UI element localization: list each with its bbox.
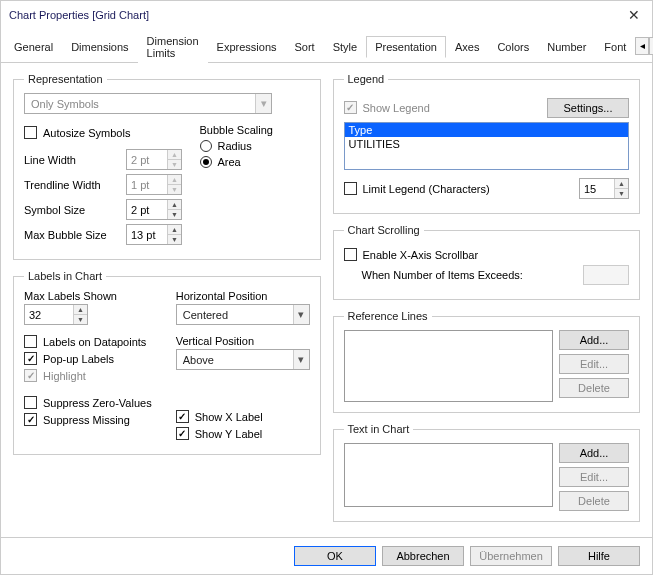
area-label: Area bbox=[218, 156, 241, 168]
limit-legend-checkbox[interactable] bbox=[344, 182, 357, 195]
max-bubble-spin[interactable]: 13 pt▲▼ bbox=[126, 224, 182, 245]
show-y-label: Show Y Label bbox=[195, 428, 262, 440]
autosize-symbols-label: Autosize Symbols bbox=[43, 127, 130, 139]
representation-legend: Representation bbox=[24, 73, 107, 85]
show-y-checkbox[interactable] bbox=[176, 427, 189, 440]
vpos-combo[interactable]: Above▾ bbox=[176, 349, 310, 370]
enable-x-scrollbar-checkbox[interactable] bbox=[344, 248, 357, 261]
bubble-scaling-label: Bubble Scaling bbox=[200, 124, 310, 136]
vpos-label: Vertical Position bbox=[176, 335, 310, 347]
chart-properties-dialog: Chart Properties [Grid Chart] ✕ General … bbox=[0, 0, 653, 575]
enable-x-scrollbar-label: Enable X-Axis Scrollbar bbox=[363, 249, 479, 261]
tab-font[interactable]: Font bbox=[595, 36, 635, 57]
tab-colors[interactable]: Colors bbox=[488, 36, 538, 57]
ref-edit-button: Edit... bbox=[559, 354, 629, 374]
when-exceeds-input[interactable] bbox=[583, 265, 629, 285]
trendline-width-label: Trendline Width bbox=[24, 179, 120, 191]
tic-edit-button: Edit... bbox=[559, 467, 629, 487]
legend-legend: Legend bbox=[344, 73, 389, 85]
text-in-chart-group: Text in Chart Add... Edit... Delete bbox=[333, 423, 641, 522]
ok-button[interactable]: OK bbox=[294, 546, 376, 566]
radius-label: Radius bbox=[218, 140, 252, 152]
ref-add-button[interactable]: Add... bbox=[559, 330, 629, 350]
show-x-checkbox[interactable] bbox=[176, 410, 189, 423]
limit-legend-label: Limit Legend (Characters) bbox=[363, 183, 490, 195]
suppress-missing-label: Suppress Missing bbox=[43, 414, 130, 426]
symbol-size-spin[interactable]: 2 pt▲▼ bbox=[126, 199, 182, 220]
area-radio[interactable] bbox=[200, 156, 212, 168]
representation-group: Representation Only Symbols ▾ Autosize S… bbox=[13, 73, 321, 260]
tab-dimension-limits[interactable]: Dimension Limits bbox=[138, 30, 208, 63]
chart-scrolling-group: Chart Scrolling Enable X-Axis Scrollbar … bbox=[333, 224, 641, 300]
trendline-width-spin[interactable]: 1 pt▲▼ bbox=[126, 174, 182, 195]
representation-combo[interactable]: Only Symbols ▾ bbox=[24, 93, 272, 114]
text-in-chart-listbox[interactable] bbox=[344, 443, 554, 507]
titlebar: Chart Properties [Grid Chart] ✕ bbox=[1, 1, 652, 29]
labels-on-datapoints-label: Labels on Datapoints bbox=[43, 336, 146, 348]
tab-general[interactable]: General bbox=[5, 36, 62, 57]
max-bubble-label: Max Bubble Size bbox=[24, 229, 120, 241]
tab-style[interactable]: Style bbox=[324, 36, 366, 57]
hpos-combo[interactable]: Centered▾ bbox=[176, 304, 310, 325]
tab-sort[interactable]: Sort bbox=[286, 36, 324, 57]
list-item[interactable]: UTILITIES bbox=[345, 137, 629, 151]
tab-scroll: ◂ ▸ bbox=[635, 37, 653, 55]
tab-axes[interactable]: Axes bbox=[446, 36, 488, 57]
apply-button: Übernehmen bbox=[470, 546, 552, 566]
chevron-down-icon: ▾ bbox=[293, 350, 309, 369]
radius-radio[interactable] bbox=[200, 140, 212, 152]
tab-number[interactable]: Number bbox=[538, 36, 595, 57]
list-item[interactable]: Type bbox=[345, 123, 629, 137]
reference-lines-listbox[interactable] bbox=[344, 330, 554, 402]
tab-presentation[interactable]: Presentation bbox=[366, 36, 446, 58]
tab-strip: General Dimensions Dimension Limits Expr… bbox=[1, 29, 652, 63]
highlight-label: Highlight bbox=[43, 370, 86, 382]
labels-group: Labels in Chart Max Labels Shown 32▲▼ La… bbox=[13, 270, 321, 455]
ref-delete-button: Delete bbox=[559, 378, 629, 398]
limit-legend-spin[interactable]: 15▲▼ bbox=[579, 178, 629, 199]
symbol-size-label: Symbol Size bbox=[24, 204, 120, 216]
when-exceeds-label: When Number of Items Exceeds: bbox=[362, 269, 523, 281]
show-x-label: Show X Label bbox=[195, 411, 263, 423]
show-legend-label: Show Legend bbox=[363, 102, 430, 114]
dialog-footer: OK Abbrechen Übernehmen Hilfe bbox=[1, 537, 652, 574]
chevron-down-icon: ▾ bbox=[293, 305, 309, 324]
help-button[interactable]: Hilfe bbox=[558, 546, 640, 566]
window-title: Chart Properties [Grid Chart] bbox=[9, 9, 149, 21]
tic-delete-button: Delete bbox=[559, 491, 629, 511]
tab-expressions[interactable]: Expressions bbox=[208, 36, 286, 57]
show-legend-checkbox bbox=[344, 101, 357, 114]
line-width-label: Line Width bbox=[24, 154, 120, 166]
legend-group: Legend Show Legend Settings... Type UTIL… bbox=[333, 73, 641, 214]
max-labels-shown-spin[interactable]: 32▲▼ bbox=[24, 304, 88, 325]
reference-lines-legend: Reference Lines bbox=[344, 310, 432, 322]
popup-labels-label: Pop-up Labels bbox=[43, 353, 114, 365]
suppress-zero-label: Suppress Zero-Values bbox=[43, 397, 152, 409]
tic-add-button[interactable]: Add... bbox=[559, 443, 629, 463]
tab-dimensions[interactable]: Dimensions bbox=[62, 36, 137, 57]
chevron-down-icon: ▾ bbox=[255, 94, 271, 113]
reference-lines-group: Reference Lines Add... Edit... Delete bbox=[333, 310, 641, 413]
close-icon[interactable]: ✕ bbox=[624, 7, 644, 23]
suppress-missing-checkbox[interactable] bbox=[24, 413, 37, 426]
suppress-zero-checkbox[interactable] bbox=[24, 396, 37, 409]
hpos-label: Horizontal Position bbox=[176, 290, 310, 302]
highlight-checkbox bbox=[24, 369, 37, 382]
max-labels-shown-label: Max Labels Shown bbox=[24, 290, 158, 302]
autosize-symbols-checkbox[interactable] bbox=[24, 126, 37, 139]
popup-labels-checkbox[interactable] bbox=[24, 352, 37, 365]
tab-scroll-left[interactable]: ◂ bbox=[635, 37, 649, 55]
legend-listbox[interactable]: Type UTILITIES bbox=[344, 122, 630, 170]
text-in-chart-legend: Text in Chart bbox=[344, 423, 414, 435]
chart-scrolling-legend: Chart Scrolling bbox=[344, 224, 424, 236]
labels-on-datapoints-checkbox[interactable] bbox=[24, 335, 37, 348]
line-width-spin[interactable]: 2 pt▲▼ bbox=[126, 149, 182, 170]
legend-settings-button[interactable]: Settings... bbox=[547, 98, 629, 118]
tab-scroll-right[interactable]: ▸ bbox=[649, 37, 653, 55]
cancel-button[interactable]: Abbrechen bbox=[382, 546, 464, 566]
labels-legend: Labels in Chart bbox=[24, 270, 106, 282]
